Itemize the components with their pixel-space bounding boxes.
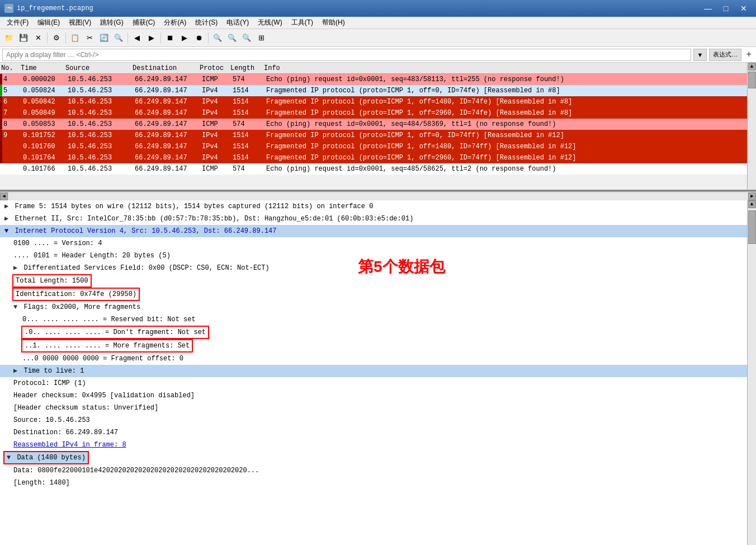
menu-item[interactable]: 编辑(E): [33, 17, 64, 29]
col-header-destination: Destination: [133, 64, 200, 72]
packet-list-scrollbar[interactable]: ▲ ▼: [747, 63, 756, 190]
detail-source-text: Source: 10.5.46.253: [13, 416, 90, 424]
menu-item[interactable]: 分析(A): [159, 17, 191, 29]
menu-item[interactable]: 文件(F): [2, 17, 33, 29]
table-row[interactable]: 0.101766 10.5.46.253 66.249.89.147 ICMP …: [0, 163, 747, 175]
table-row[interactable]: 9 0.101752 10.5.46.253 66.249.89.147 IPv…: [0, 130, 747, 141]
zoom-out-button[interactable]: 🔍: [225, 31, 239, 45]
detail-identification-row[interactable]: Identification: 0x74fe (29950): [12, 288, 140, 301]
close-file-button[interactable]: ✕: [31, 31, 45, 45]
detail-dest-row[interactable]: Destination: 66.249.89.147: [0, 426, 747, 439]
detail-dsf-row[interactable]: ▶ Differentiated Services Field: 0x00 (D…: [0, 262, 747, 274]
reload-button[interactable]: 🔄: [97, 31, 111, 45]
expand-icon-ttl: ▶: [13, 367, 17, 375]
detail-data-value-row[interactable]: Data: 0800fe22000101e4202020202020202020…: [0, 464, 747, 477]
detail-scrollbar[interactable]: ▲: [747, 200, 756, 545]
detail-reassembled-text[interactable]: Reassembled IPv4 in frame: 8: [13, 441, 126, 449]
filterbar: ▼ 表达式… +: [0, 47, 756, 63]
detail-scrollbar-thumb[interactable]: [748, 210, 756, 244]
menu-item[interactable]: 跳转(G): [96, 17, 127, 29]
scrollbar-thumb[interactable]: [748, 72, 756, 88]
detail-dont-frag-row[interactable]: .0.. .... .... .... = Don't fragment: No…: [21, 326, 209, 339]
detail-reserved-row[interactable]: 0... .... .... .... = Reserved bit: Not …: [0, 313, 747, 326]
detail-flags-row[interactable]: ▼ Flags: 0x2000, More fragments: [0, 301, 747, 313]
table-row[interactable]: 4 0.000020 10.5.46.253 66.249.89.147 ICM…: [0, 74, 747, 85]
cell-info: Fragmented IP protocol (proto=ICMP 1, of…: [266, 109, 746, 117]
cell-info: Fragmented IP protocol (proto=ICMP 1, of…: [266, 87, 746, 95]
table-row[interactable]: 5 0.050824 10.5.46.253 66.249.89.147 IPv…: [0, 85, 747, 96]
zoom-reset-button[interactable]: 🔍: [240, 31, 253, 45]
table-row[interactable]: 0.101760 10.5.46.253 66.249.89.147 IPv4 …: [0, 141, 747, 152]
menu-item[interactable]: 工具(T): [287, 17, 318, 29]
detail-hdrlen-row[interactable]: .... 0101 = Header Length: 20 bytes (5): [0, 250, 747, 262]
detail-source-row[interactable]: Source: 10.5.46.253: [0, 414, 747, 426]
table-row[interactable]: 7 0.050849 10.5.46.253 66.249.89.147 IPv…: [0, 107, 747, 119]
add-filter-button[interactable]: +: [744, 50, 754, 60]
play-button[interactable]: ▶: [178, 31, 191, 45]
detail-reassembled-row[interactable]: Reassembled IPv4 in frame: 8: [0, 439, 747, 451]
cell-time: 0.000020: [23, 76, 68, 83]
minimize-button[interactable]: —: [700, 3, 716, 14]
detail-frame-row[interactable]: ▶ Frame 5: 1514 bytes on wire (12112 bit…: [0, 200, 747, 213]
menu-item[interactable]: 无线(W): [253, 17, 286, 29]
horizontal-scrollbar[interactable]: ◀ ▶: [0, 191, 756, 200]
detail-container: ▶ Frame 5: 1514 bytes on wire (12112 bit…: [0, 200, 756, 545]
zoom-fit-button[interactable]: ⊞: [254, 31, 268, 45]
cell-length: 1514: [233, 131, 266, 139]
window-title: ip_fregement.pcapng: [17, 4, 93, 12]
menu-item[interactable]: 电话(Y): [222, 17, 253, 29]
menu-item[interactable]: 捕获(C): [128, 17, 160, 29]
zoom-in-button[interactable]: 🔍: [211, 31, 224, 45]
detail-ipv4-row[interactable]: ▼ Internet Protocol Version 4, Src: 10.5…: [0, 225, 747, 237]
titlebar-controls[interactable]: — □ ✕: [700, 3, 752, 14]
table-row[interactable]: 0.101764 10.5.46.253 66.249.89.147 IPv4 …: [0, 152, 747, 163]
copy-button[interactable]: 📋: [68, 31, 82, 45]
detail-data-length-row[interactable]: [Length: 1480]: [0, 477, 747, 489]
record-button[interactable]: ⏺: [192, 31, 206, 45]
detail-reserved-text: 0... .... .... .... = Reserved bit: Not …: [22, 316, 196, 323]
col-header-no: No.: [1, 64, 21, 72]
detail-checksum-status-row[interactable]: [Header checksum status: Unverified]: [0, 402, 747, 414]
cell-no: 6: [3, 98, 23, 106]
cell-time: 0.050842: [23, 98, 68, 106]
cell-protocol: IPv4: [202, 87, 233, 95]
menu-item[interactable]: 帮助(H): [318, 17, 349, 29]
next-button[interactable]: ▶: [145, 31, 158, 45]
save-button[interactable]: 💾: [17, 31, 30, 45]
detail-frag-offset-row[interactable]: ...0 0000 0000 0000 = Fragment offset: 0: [0, 353, 747, 365]
detail-more-frag-row[interactable]: ..1. .... .... .... = More fragments: Se…: [21, 339, 193, 353]
cell-protocol: IPv4: [202, 131, 233, 139]
detail-ethernet-row[interactable]: ▶ Ethernet II, Src: IntelCor_78:35:bb (d…: [0, 213, 747, 225]
stop-button[interactable]: ⏹: [163, 31, 177, 45]
toolbar-separator-1: [47, 32, 48, 44]
detail-ttl-row[interactable]: ▶ Time to live: 1: [0, 365, 747, 377]
detail-protocol-row[interactable]: Protocol: ICMP (1): [0, 377, 747, 389]
menubar: 文件(F)编辑(E)视图(V)跳转(G)捕获(C)分析(A)统计(S)电话(Y)…: [0, 17, 756, 29]
settings-button[interactable]: ⚙: [50, 31, 63, 45]
col-header-protocol: Protoc: [200, 64, 230, 72]
detail-version-text: 0100 .... = Version: 4: [13, 239, 102, 247]
table-row[interactable]: 8 0.050853 10.5.46.253 66.249.89.147 ICM…: [0, 119, 747, 130]
detail-data-section-row[interactable]: ▼ Data (1480 bytes): [3, 451, 89, 464]
detail-totallen-row[interactable]: Total Length: 1500: [12, 274, 92, 288]
prev-button[interactable]: ◀: [130, 31, 144, 45]
cell-source: 10.5.46.253: [68, 165, 135, 173]
cell-time: 0.101764: [23, 154, 68, 162]
search-button[interactable]: 🔍: [112, 31, 125, 45]
menu-item[interactable]: 统计(S): [191, 17, 222, 29]
menu-item[interactable]: 视图(V): [64, 17, 96, 29]
table-row[interactable]: 6 0.050842 10.5.46.253 66.249.89.147 IPv…: [0, 96, 747, 107]
filter-input[interactable]: [2, 49, 691, 61]
close-button[interactable]: ✕: [736, 3, 752, 14]
cut-button[interactable]: ✂: [83, 31, 96, 45]
cell-info: Fragmented IP protocol (proto=ICMP 1, of…: [266, 154, 746, 162]
detail-checksum-row[interactable]: Header checksum: 0x4995 [validation disa…: [0, 389, 747, 402]
open-button[interactable]: 📁: [2, 31, 16, 45]
maximize-button[interactable]: □: [718, 3, 734, 14]
expression-button[interactable]: 表达式…: [709, 49, 741, 61]
detail-data-length-text: [Length: 1480]: [13, 479, 70, 487]
detail-version-row[interactable]: 0100 .... = Version: 4: [0, 237, 747, 250]
filter-dropdown-button[interactable]: ▼: [693, 49, 707, 61]
cell-no: 8: [3, 120, 23, 128]
packet-list: No. Time Source Destination Protoc Lengt…: [0, 63, 747, 190]
